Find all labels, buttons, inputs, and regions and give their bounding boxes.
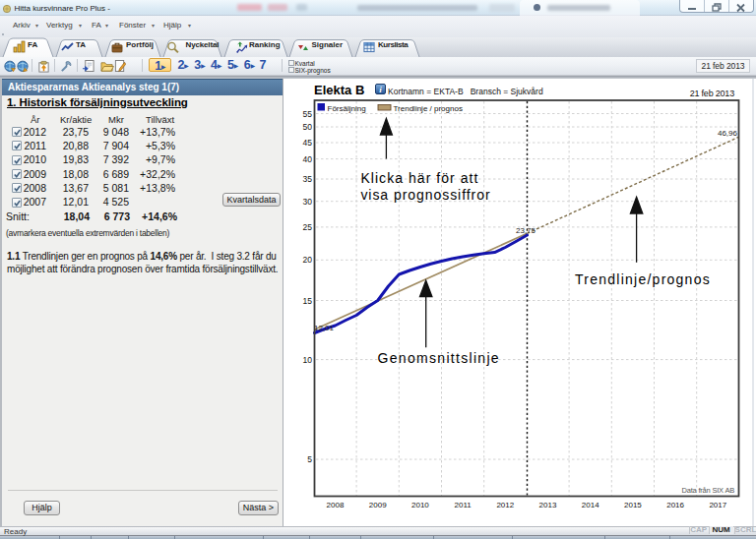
svg-text:2015: 2015: [624, 501, 642, 509]
svg-text:46,96: 46,96: [718, 129, 738, 138]
svg-text:35: 35: [303, 174, 313, 184]
svg-text:5: 5: [307, 454, 312, 464]
svg-text:Trendlinje / prognos: Trendlinje / prognos: [394, 104, 463, 113]
svg-text:23,75: 23,75: [516, 226, 536, 235]
svg-text:2010: 2010: [411, 501, 429, 509]
svg-text:Genomsnittslinje: Genomsnittslinje: [378, 350, 500, 366]
svg-text:40: 40: [303, 154, 313, 164]
svg-text:2016: 2016: [666, 501, 684, 509]
svg-text:15: 15: [303, 296, 313, 306]
svg-text:55: 55: [303, 109, 313, 119]
svg-text:50: 50: [303, 122, 313, 132]
svg-text:Försäljning: Försäljning: [328, 104, 366, 113]
svg-text:2009: 2009: [369, 501, 387, 509]
svg-text:20: 20: [303, 255, 313, 265]
svg-text:2012: 2012: [496, 501, 514, 509]
svg-text:visa prognossiffror: visa prognossiffror: [360, 187, 490, 203]
svg-text:10: 10: [303, 355, 313, 365]
svg-text:2013: 2013: [539, 501, 557, 509]
svg-text:2017: 2017: [709, 501, 726, 509]
svg-text:2014: 2014: [582, 501, 599, 509]
svg-text:2011: 2011: [454, 501, 472, 509]
svg-text:2008: 2008: [327, 501, 345, 509]
svg-text:Data från SIX AB: Data från SIX AB: [682, 486, 735, 495]
svg-text:25: 25: [303, 222, 313, 232]
svg-text:45: 45: [303, 138, 313, 148]
svg-text:12,01: 12,01: [314, 324, 335, 332]
svg-text:Klicka här för att: Klicka här för att: [360, 170, 478, 186]
svg-text:30: 30: [303, 197, 313, 207]
svg-text:Trendlinje/prognos: Trendlinje/prognos: [575, 271, 711, 287]
